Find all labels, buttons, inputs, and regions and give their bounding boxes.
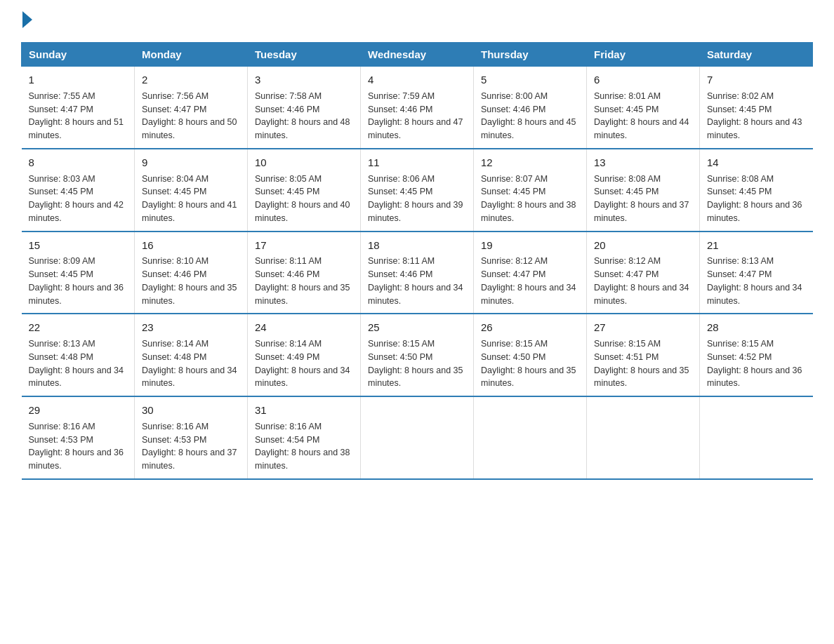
day-number: 22 bbox=[29, 320, 128, 335]
day-info: Sunrise: 8:11 AMSunset: 4:46 PMDaylight:… bbox=[255, 255, 353, 307]
day-number: 31 bbox=[255, 403, 353, 418]
week-row-4: 22Sunrise: 8:13 AMSunset: 4:48 PMDayligh… bbox=[22, 314, 813, 396]
day-number: 2 bbox=[142, 72, 240, 88]
day-info: Sunrise: 7:59 AMSunset: 4:46 PMDaylight:… bbox=[368, 90, 466, 142]
day-cell: 26Sunrise: 8:15 AMSunset: 4:50 PMDayligh… bbox=[474, 314, 587, 396]
day-number: 19 bbox=[481, 238, 579, 253]
day-info: Sunrise: 8:08 AMSunset: 4:45 PMDaylight:… bbox=[707, 173, 806, 225]
day-cell: 4Sunrise: 7:59 AMSunset: 4:46 PMDaylight… bbox=[361, 67, 474, 149]
day-number: 1 bbox=[29, 72, 128, 88]
day-number: 29 bbox=[29, 403, 128, 418]
page-header bbox=[21, 14, 813, 28]
day-number: 4 bbox=[368, 72, 466, 88]
day-info: Sunrise: 8:16 AMSunset: 4:53 PMDaylight:… bbox=[29, 420, 128, 473]
day-cell: 15Sunrise: 8:09 AMSunset: 4:45 PMDayligh… bbox=[22, 232, 135, 314]
header-saturday: Saturday bbox=[700, 43, 813, 67]
day-number: 30 bbox=[142, 403, 240, 418]
day-info: Sunrise: 8:15 AMSunset: 4:52 PMDaylight:… bbox=[707, 337, 806, 390]
header-wednesday: Wednesday bbox=[361, 43, 474, 67]
day-cell: 8Sunrise: 8:03 AMSunset: 4:45 PMDaylight… bbox=[22, 149, 135, 232]
day-info: Sunrise: 7:58 AMSunset: 4:46 PMDaylight:… bbox=[255, 90, 353, 142]
day-number: 14 bbox=[707, 155, 806, 170]
day-cell: 23Sunrise: 8:14 AMSunset: 4:48 PMDayligh… bbox=[135, 314, 248, 396]
week-row-5: 29Sunrise: 8:16 AMSunset: 4:53 PMDayligh… bbox=[22, 396, 813, 479]
day-info: Sunrise: 8:11 AMSunset: 4:46 PMDaylight:… bbox=[368, 255, 466, 307]
day-cell: 12Sunrise: 8:07 AMSunset: 4:45 PMDayligh… bbox=[474, 149, 587, 232]
day-info: Sunrise: 8:10 AMSunset: 4:46 PMDaylight:… bbox=[142, 255, 240, 307]
day-info: Sunrise: 8:06 AMSunset: 4:45 PMDaylight:… bbox=[368, 173, 466, 225]
header-friday: Friday bbox=[587, 43, 700, 67]
day-cell bbox=[587, 396, 700, 479]
day-cell: 24Sunrise: 8:14 AMSunset: 4:49 PMDayligh… bbox=[248, 314, 361, 396]
day-info: Sunrise: 8:13 AMSunset: 4:48 PMDaylight:… bbox=[29, 337, 128, 390]
day-info: Sunrise: 8:15 AMSunset: 4:50 PMDaylight:… bbox=[368, 337, 466, 390]
day-number: 13 bbox=[594, 155, 692, 170]
day-cell: 9Sunrise: 8:04 AMSunset: 4:45 PMDaylight… bbox=[135, 149, 248, 232]
day-cell: 5Sunrise: 8:00 AMSunset: 4:46 PMDaylight… bbox=[474, 67, 587, 149]
day-number: 28 bbox=[707, 320, 806, 335]
day-cell: 21Sunrise: 8:13 AMSunset: 4:47 PMDayligh… bbox=[700, 232, 813, 314]
day-cell: 30Sunrise: 8:16 AMSunset: 4:53 PMDayligh… bbox=[135, 396, 248, 479]
week-row-1: 1Sunrise: 7:55 AMSunset: 4:47 PMDaylight… bbox=[22, 67, 813, 149]
day-cell: 18Sunrise: 8:11 AMSunset: 4:46 PMDayligh… bbox=[361, 232, 474, 314]
day-cell: 10Sunrise: 8:05 AMSunset: 4:45 PMDayligh… bbox=[248, 149, 361, 232]
day-cell bbox=[474, 396, 587, 479]
day-cell bbox=[361, 396, 474, 479]
day-info: Sunrise: 8:07 AMSunset: 4:45 PMDaylight:… bbox=[481, 173, 579, 225]
week-row-3: 15Sunrise: 8:09 AMSunset: 4:45 PMDayligh… bbox=[22, 232, 813, 314]
day-cell bbox=[700, 396, 813, 479]
day-info: Sunrise: 8:13 AMSunset: 4:47 PMDaylight:… bbox=[707, 255, 806, 307]
day-info: Sunrise: 8:15 AMSunset: 4:51 PMDaylight:… bbox=[594, 337, 692, 390]
day-cell: 7Sunrise: 8:02 AMSunset: 4:45 PMDaylight… bbox=[700, 67, 813, 149]
day-info: Sunrise: 8:03 AMSunset: 4:45 PMDaylight:… bbox=[29, 173, 128, 225]
day-number: 18 bbox=[368, 238, 466, 253]
header-monday: Monday bbox=[135, 43, 248, 67]
day-number: 27 bbox=[594, 320, 692, 335]
day-cell: 16Sunrise: 8:10 AMSunset: 4:46 PMDayligh… bbox=[135, 232, 248, 314]
day-info: Sunrise: 7:56 AMSunset: 4:47 PMDaylight:… bbox=[142, 90, 240, 142]
day-info: Sunrise: 8:16 AMSunset: 4:54 PMDaylight:… bbox=[255, 420, 353, 473]
day-info: Sunrise: 8:08 AMSunset: 4:45 PMDaylight:… bbox=[594, 173, 692, 225]
day-cell: 13Sunrise: 8:08 AMSunset: 4:45 PMDayligh… bbox=[587, 149, 700, 232]
calendar-header-row: SundayMondayTuesdayWednesdayThursdayFrid… bbox=[22, 43, 813, 67]
day-cell: 14Sunrise: 8:08 AMSunset: 4:45 PMDayligh… bbox=[700, 149, 813, 232]
calendar-table: SundayMondayTuesdayWednesdayThursdayFrid… bbox=[21, 42, 813, 480]
day-info: Sunrise: 8:00 AMSunset: 4:46 PMDaylight:… bbox=[481, 90, 579, 142]
day-cell: 20Sunrise: 8:12 AMSunset: 4:47 PMDayligh… bbox=[587, 232, 700, 314]
day-cell: 6Sunrise: 8:01 AMSunset: 4:45 PMDaylight… bbox=[587, 67, 700, 149]
day-number: 10 bbox=[255, 155, 353, 170]
day-cell: 29Sunrise: 8:16 AMSunset: 4:53 PMDayligh… bbox=[22, 396, 135, 479]
logo bbox=[21, 14, 32, 28]
day-cell: 11Sunrise: 8:06 AMSunset: 4:45 PMDayligh… bbox=[361, 149, 474, 232]
day-cell: 31Sunrise: 8:16 AMSunset: 4:54 PMDayligh… bbox=[248, 396, 361, 479]
day-info: Sunrise: 8:05 AMSunset: 4:45 PMDaylight:… bbox=[255, 173, 353, 225]
day-cell: 28Sunrise: 8:15 AMSunset: 4:52 PMDayligh… bbox=[700, 314, 813, 396]
day-number: 6 bbox=[594, 72, 692, 88]
day-number: 12 bbox=[481, 155, 579, 170]
day-number: 24 bbox=[255, 320, 353, 335]
day-number: 8 bbox=[29, 155, 128, 170]
day-info: Sunrise: 8:04 AMSunset: 4:45 PMDaylight:… bbox=[142, 173, 240, 225]
header-thursday: Thursday bbox=[474, 43, 587, 67]
day-cell: 27Sunrise: 8:15 AMSunset: 4:51 PMDayligh… bbox=[587, 314, 700, 396]
day-number: 26 bbox=[481, 320, 579, 335]
day-cell: 17Sunrise: 8:11 AMSunset: 4:46 PMDayligh… bbox=[248, 232, 361, 314]
logo-arrow-icon bbox=[22, 11, 32, 28]
day-cell: 1Sunrise: 7:55 AMSunset: 4:47 PMDaylight… bbox=[22, 67, 135, 149]
header-tuesday: Tuesday bbox=[248, 43, 361, 67]
day-number: 17 bbox=[255, 238, 353, 253]
day-number: 9 bbox=[142, 155, 240, 170]
day-info: Sunrise: 8:01 AMSunset: 4:45 PMDaylight:… bbox=[594, 90, 692, 142]
day-number: 15 bbox=[29, 238, 128, 253]
day-cell: 22Sunrise: 8:13 AMSunset: 4:48 PMDayligh… bbox=[22, 314, 135, 396]
day-info: Sunrise: 8:12 AMSunset: 4:47 PMDaylight:… bbox=[481, 255, 579, 307]
week-row-2: 8Sunrise: 8:03 AMSunset: 4:45 PMDaylight… bbox=[22, 149, 813, 232]
day-number: 21 bbox=[707, 238, 806, 253]
header-sunday: Sunday bbox=[22, 43, 135, 67]
day-number: 23 bbox=[142, 320, 240, 335]
day-info: Sunrise: 8:02 AMSunset: 4:45 PMDaylight:… bbox=[707, 90, 806, 142]
day-info: Sunrise: 7:55 AMSunset: 4:47 PMDaylight:… bbox=[29, 90, 128, 142]
day-cell: 19Sunrise: 8:12 AMSunset: 4:47 PMDayligh… bbox=[474, 232, 587, 314]
day-info: Sunrise: 8:15 AMSunset: 4:50 PMDaylight:… bbox=[481, 337, 579, 390]
day-info: Sunrise: 8:14 AMSunset: 4:49 PMDaylight:… bbox=[255, 337, 353, 390]
